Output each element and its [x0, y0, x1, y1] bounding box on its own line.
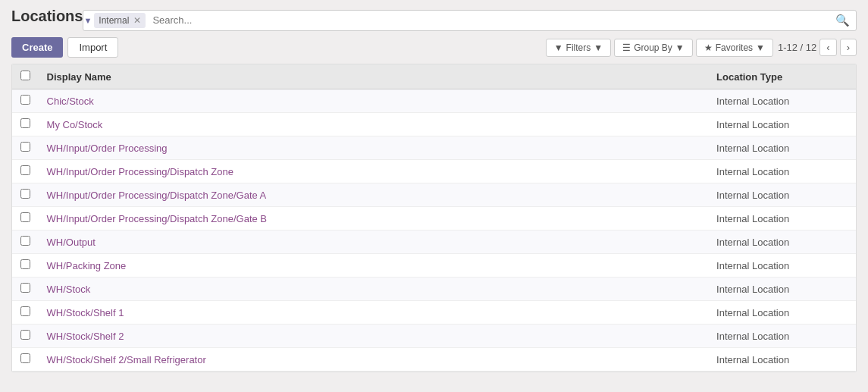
filters-label: Filters	[566, 42, 591, 53]
location-name-link[interactable]: WH/Input/Order Processing/Dispatch Zone	[47, 166, 233, 177]
location-type: Internal Location	[709, 113, 856, 136]
location-name-link[interactable]: WH/Stock/Shelf 1	[47, 307, 124, 318]
table-row[interactable]: WH/Input/Order Processing/Dispatch Zone/…	[12, 183, 856, 207]
table-row[interactable]: My Co/StockInternal Location	[12, 113, 856, 136]
row-checkbox[interactable]	[20, 330, 30, 340]
location-type: Internal Location	[709, 89, 856, 113]
page-title: Locations	[11, 8, 83, 25]
filter-tag-label: Internal	[99, 15, 129, 26]
table-row[interactable]: WH/Packing ZoneInternal Location	[12, 254, 856, 278]
pagination-text: 1-12 / 12	[778, 42, 816, 53]
group-by-label: Group By	[634, 42, 672, 53]
search-button[interactable]: 🔍	[829, 11, 856, 30]
location-type: Internal Location	[709, 348, 856, 372]
table-row[interactable]: Chic/StockInternal Location	[12, 89, 856, 113]
favorites-button[interactable]: ★ Favorites ▼	[696, 39, 773, 57]
table-row[interactable]: WH/Input/Order Processing/Dispatch Zone/…	[12, 207, 856, 230]
table-row[interactable]: WH/StockInternal Location	[12, 278, 856, 301]
location-name-link[interactable]: Chic/Stock	[47, 96, 94, 107]
location-name-link[interactable]: WH/Stock	[47, 284, 91, 295]
table-row[interactable]: WH/Input/Order Processing/Dispatch ZoneI…	[12, 160, 856, 183]
create-button[interactable]: Create	[11, 37, 63, 58]
search-filter-tag: Internal ✕	[94, 13, 146, 28]
row-checkbox[interactable]	[20, 353, 30, 363]
location-name-link[interactable]: My Co/Stock	[47, 119, 103, 130]
row-checkbox[interactable]	[20, 189, 30, 199]
table-row[interactable]: WH/Input/Order ProcessingInternal Locati…	[12, 136, 856, 160]
prev-page-button[interactable]: ‹	[819, 39, 836, 56]
location-name-link[interactable]: WH/Input/Order Processing/Dispatch Zone/…	[47, 213, 267, 224]
location-type: Internal Location	[709, 301, 856, 325]
favorites-label: Favorites	[716, 42, 753, 53]
import-button[interactable]: Import	[67, 37, 118, 58]
col-header-location-type: Location Type	[709, 64, 856, 89]
location-name-link[interactable]: WH/Input/Order Processing/Dispatch Zone/…	[47, 190, 267, 201]
location-name-link[interactable]: WH/Packing Zone	[47, 260, 127, 271]
row-checkbox[interactable]	[20, 142, 30, 152]
location-type: Internal Location	[709, 254, 856, 278]
table-header-row: Display Name Location Type	[12, 64, 856, 89]
location-name-link[interactable]: WH/Stock/Shelf 2/Small Refrigerator	[47, 354, 206, 365]
row-checkbox[interactable]	[20, 283, 30, 293]
row-checkbox[interactable]	[20, 212, 30, 222]
filter-tag-close[interactable]: ✕	[133, 15, 141, 26]
group-by-chevron: ▼	[675, 42, 685, 53]
row-checkbox[interactable]	[20, 259, 30, 269]
filters-chevron: ▼	[594, 42, 603, 53]
table-row[interactable]: WH/Stock/Shelf 1Internal Location	[12, 301, 856, 325]
location-type: Internal Location	[709, 160, 856, 183]
table-row[interactable]: WH/Stock/Shelf 2Internal Location	[12, 325, 856, 348]
location-name-link[interactable]: WH/Output	[47, 237, 96, 248]
group-by-button[interactable]: ☰ Group By ▼	[614, 39, 693, 57]
location-type: Internal Location	[709, 207, 856, 230]
location-type: Internal Location	[709, 183, 856, 207]
row-checkbox[interactable]	[20, 95, 30, 105]
row-checkbox[interactable]	[20, 118, 30, 128]
favorites-icon: ★	[704, 42, 713, 53]
next-page-button[interactable]: ›	[840, 39, 857, 56]
location-type: Internal Location	[709, 325, 856, 348]
locations-table: Display Name Location Type Chic/StockInt…	[11, 64, 857, 372]
table-row[interactable]: WH/Stock/Shelf 2/Small RefrigeratorInter…	[12, 348, 856, 372]
row-checkbox[interactable]	[20, 165, 30, 175]
location-type: Internal Location	[709, 278, 856, 301]
row-checkbox[interactable]	[20, 306, 30, 316]
location-name-link[interactable]: WH/Input/Order Processing	[47, 143, 168, 154]
location-type: Internal Location	[709, 230, 856, 254]
favorites-chevron: ▼	[756, 42, 765, 53]
group-by-icon: ☰	[622, 42, 631, 53]
filters-icon: ▼	[554, 42, 563, 53]
col-header-display-name: Display Name	[39, 64, 710, 89]
location-name-link[interactable]: WH/Stock/Shelf 2	[47, 331, 124, 342]
filter-tag-icon: ▼	[83, 16, 92, 25]
filters-button[interactable]: ▼ Filters ▼	[546, 39, 611, 57]
location-type: Internal Location	[709, 136, 856, 160]
search-bar: ▼ Internal ✕ 🔍	[83, 10, 857, 31]
select-all-checkbox[interactable]	[20, 71, 30, 80]
row-checkbox[interactable]	[20, 236, 30, 246]
search-input[interactable]	[148, 11, 829, 29]
table-row[interactable]: WH/OutputInternal Location	[12, 230, 856, 254]
